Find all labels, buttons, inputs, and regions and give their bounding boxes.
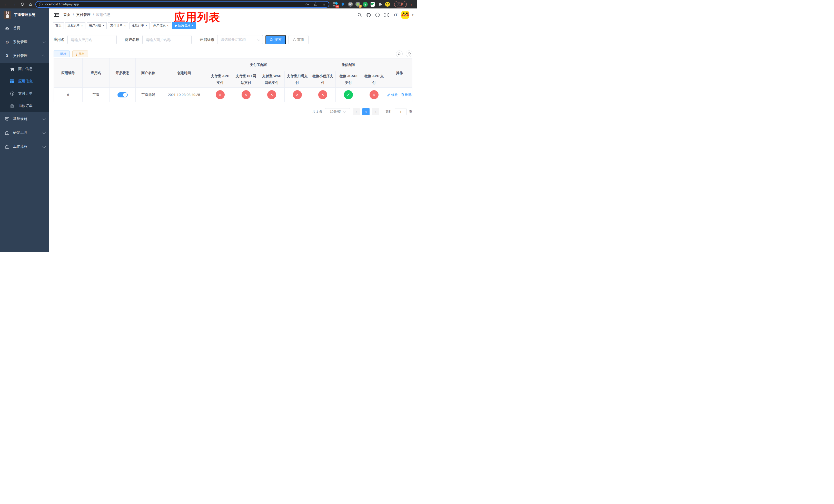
- breadcrumb-section[interactable]: 支付管理: [76, 13, 90, 17]
- search-form: 应用名 商户名称 开启状态 请选择开启状态 搜索: [53, 35, 412, 44]
- refresh-icon: [293, 38, 296, 42]
- group-header-wechat: 微信配置: [310, 59, 387, 71]
- alipay-wap-status-icon: ×: [267, 90, 276, 99]
- search-button[interactable]: 搜索: [265, 35, 286, 44]
- share-icon[interactable]: [314, 2, 318, 6]
- font-size-icon[interactable]: TT: [392, 12, 398, 18]
- prev-page-button[interactable]: ‹: [353, 108, 360, 115]
- sidebar-item-pay-order[interactable]: 支付订单: [0, 87, 49, 100]
- sidebar-logo[interactable]: 芋道管理系统: [0, 8, 49, 21]
- tab-pay-order[interactable]: 支付订单×: [108, 22, 128, 29]
- browser-reload-icon[interactable]: [19, 1, 26, 8]
- site-info-icon[interactable]: i: [39, 3, 43, 6]
- profile-avatar-icon[interactable]: [385, 2, 390, 7]
- merchant-name-input[interactable]: [142, 35, 192, 44]
- chevron-down-icon: [43, 40, 46, 43]
- merchant-name-label: 商户名称: [125, 38, 139, 42]
- sidebar-item-label: 基础设施: [13, 117, 39, 121]
- fullscreen-icon[interactable]: [383, 12, 390, 18]
- sidebar-item-refund-order[interactable]: 退款订单: [0, 100, 49, 112]
- github-icon[interactable]: [366, 12, 372, 18]
- tabs-bar: 首页 流程表单× 用户分组× 支付订单× 退款订单× 商户信息× 应用信息×: [49, 21, 417, 30]
- search-icon: [398, 52, 401, 55]
- browser-home-icon[interactable]: ⌂: [27, 1, 34, 8]
- refresh-table-button[interactable]: [406, 50, 412, 57]
- close-icon[interactable]: ×: [124, 24, 126, 27]
- store-icon: [10, 67, 15, 71]
- cell-created: 2021-10-23 08:49:25: [161, 88, 207, 102]
- close-icon[interactable]: ×: [146, 24, 148, 27]
- goto-label: 前往: [386, 110, 392, 114]
- tab-merchant-info[interactable]: 商户信息×: [151, 22, 171, 29]
- browser-forward-icon[interactable]: →: [11, 1, 18, 8]
- status-toggle[interactable]: [117, 92, 128, 97]
- app-table: 应用编号 应用名 开启状态 商户名称 创建时间 支付宝配置 微信配置 操作 支付…: [53, 58, 412, 102]
- wx-app-status-icon: ×: [370, 90, 378, 99]
- delete-button[interactable]: 删除: [401, 93, 412, 97]
- sidebar-item-label: 研发工具: [13, 131, 39, 135]
- avatar-caret-icon[interactable]: ▾: [412, 13, 413, 17]
- page-size-select[interactable]: 10条/页: [325, 108, 350, 115]
- user-avatar[interactable]: [401, 11, 409, 19]
- ext-tasks-icon[interactable]: 10: [333, 2, 338, 7]
- col-header-wx-app: 微信 APP 支付: [361, 71, 387, 88]
- alipay-qr-status-icon: ×: [293, 90, 302, 99]
- close-icon[interactable]: ×: [81, 24, 83, 27]
- table-toolbar: + 新增 ↓ 导出: [53, 50, 412, 57]
- extension-icons: 10 ⌘ 1 y: [333, 2, 390, 7]
- breadcrumb: 首页 / 支付管理 / 应用信息: [63, 13, 111, 17]
- ext-command-icon[interactable]: ⌘: [348, 2, 353, 7]
- browser-menu-icon[interactable]: ⋮: [409, 2, 413, 7]
- open-status-select[interactable]: 请选择开启状态: [217, 35, 263, 44]
- export-button[interactable]: ↓ 导出: [72, 50, 88, 57]
- app-name-input[interactable]: [67, 35, 117, 44]
- breadcrumb-home[interactable]: 首页: [63, 13, 70, 17]
- reset-button[interactable]: 重置: [288, 35, 308, 44]
- bookmark-star-icon[interactable]: ☆: [322, 2, 326, 7]
- wx-mini-status-icon: ×: [318, 90, 327, 99]
- browser-update-button[interactable]: 更新: [394, 1, 407, 7]
- next-page-button[interactable]: ›: [372, 108, 379, 115]
- toggle-search-button[interactable]: [396, 50, 403, 57]
- search-icon: [270, 38, 273, 42]
- goto-page-input[interactable]: [395, 108, 407, 115]
- header-search-icon[interactable]: [356, 12, 363, 18]
- trash-icon: [401, 93, 404, 96]
- close-icon[interactable]: ×: [103, 24, 105, 27]
- close-icon[interactable]: ×: [167, 24, 169, 27]
- sidebar-item-system[interactable]: ⚙ 系统管理: [0, 35, 49, 49]
- tab-user-group[interactable]: 用户分组×: [87, 22, 107, 29]
- sidebar-item-merchant-info[interactable]: 商户信息: [0, 63, 49, 75]
- page-number-1[interactable]: 1: [363, 108, 370, 115]
- ext-puzzle-icon[interactable]: [377, 2, 382, 7]
- url-bar[interactable]: i localhost:1024/pay/app ☆: [36, 1, 329, 8]
- briefcase-icon: [5, 131, 9, 135]
- tab-process-form[interactable]: 流程表单×: [65, 22, 85, 29]
- tab-home[interactable]: 首页: [53, 22, 64, 29]
- sidebar-item-payment[interactable]: ¥ 支付管理: [0, 49, 49, 63]
- browser-back-icon[interactable]: ←: [3, 1, 9, 8]
- col-header-created: 创建时间: [161, 59, 207, 88]
- sidebar-item-workflow[interactable]: 工作流程: [0, 140, 49, 154]
- edit-button[interactable]: 修改: [387, 93, 398, 97]
- sidebar-fold-icon[interactable]: [54, 12, 59, 18]
- table-row: 6 芋道 芋道源码 2021-10-23 08:49:25 × × × × ×: [54, 88, 412, 102]
- total-count: 共 1 条: [312, 110, 322, 114]
- add-button[interactable]: + 新增: [53, 50, 70, 57]
- ext-notes-icon[interactable]: [370, 2, 375, 7]
- ext-lens-icon[interactable]: 1: [355, 2, 360, 7]
- alipay-app-status-icon: ×: [216, 90, 225, 99]
- password-key-icon[interactable]: [305, 2, 309, 6]
- help-icon[interactable]: ?: [374, 12, 380, 18]
- sidebar-item-label: 首页: [13, 26, 45, 30]
- ext-y-icon[interactable]: y: [363, 2, 368, 7]
- sidebar-item-infra[interactable]: 基础设施: [0, 112, 49, 126]
- download-icon: ↓: [76, 52, 77, 55]
- tab-refund-order[interactable]: 退款订单×: [130, 22, 150, 29]
- col-header-wx-jsapi: 微信 JSAPI 支付: [336, 71, 361, 88]
- ext-kite-icon[interactable]: [340, 2, 346, 7]
- sidebar-item-dev-tools[interactable]: 研发工具: [0, 126, 49, 140]
- breadcrumb-current: 应用信息: [96, 13, 111, 17]
- sidebar-item-app-info[interactable]: 应用信息: [0, 75, 49, 87]
- sidebar-item-home[interactable]: 首页: [0, 21, 49, 35]
